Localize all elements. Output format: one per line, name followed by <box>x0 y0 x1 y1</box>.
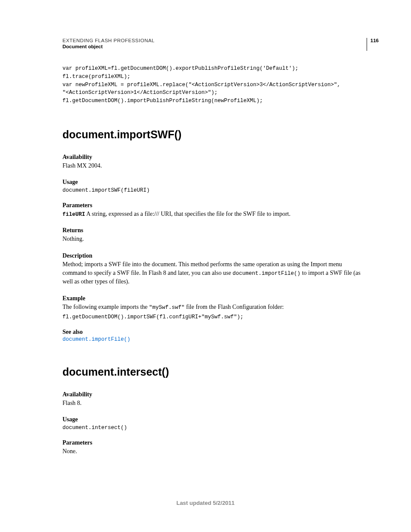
description-text: Method; imports a SWF file into the docu… <box>62 260 366 286</box>
method-title-intersect: document.intersect() <box>62 366 366 378</box>
availability2-text: Flash 8. <box>62 399 366 408</box>
example-text: The following example imports the "mySwf… <box>62 303 366 311</box>
example-label: Example <box>62 295 366 302</box>
page-header: EXTENDING FLASH PROFESSIONAL Document ob… <box>62 38 366 49</box>
seealso-link[interactable]: document.importFile() <box>62 336 366 342</box>
availability-label: Availability <box>62 154 366 161</box>
usage2-code: document.intersect() <box>62 425 366 431</box>
desc-inline-code: document.importFile() <box>233 271 301 277</box>
example-code: fl.getDocumentDOM().importSWF(fl.configU… <box>62 314 366 320</box>
example-before: The following example imports the <box>62 304 149 310</box>
availability2-label: Availability <box>62 391 366 398</box>
usage2-label: Usage <box>62 416 366 423</box>
availability-text: Flash MX 2004. <box>62 162 366 170</box>
method-title-importswf: document.importSWF() <box>62 128 366 141</box>
example-after: file from the Flash Configuration folder… <box>185 304 284 310</box>
top-code-block: var profileXML=fl.getDocumentDOM().expor… <box>62 65 366 105</box>
returns-text: Nothing. <box>62 235 366 243</box>
page-content: EXTENDING FLASH PROFESSIONAL Document ob… <box>0 0 411 456</box>
page-footer: Last updated 5/2/2011 <box>0 500 411 506</box>
header-subtitle: Document object <box>62 44 366 49</box>
param-name: fileURI <box>62 212 85 218</box>
param-desc: A string, expressed as a file:/// URI, t… <box>85 211 291 217</box>
page-number: 116 <box>367 38 379 51</box>
usage-code: document.importSWF(fileURI) <box>62 187 366 193</box>
parameters-label: Parameters <box>62 202 366 209</box>
seealso-label: See also <box>62 329 366 336</box>
parameter-row: fileURI A string, expressed as a file://… <box>62 210 366 218</box>
parameters2-label: Parameters <box>62 439 366 446</box>
example-inline-code: "mySwf.swf" <box>149 305 185 311</box>
header-title: EXTENDING FLASH PROFESSIONAL <box>62 38 366 43</box>
returns-label: Returns <box>62 227 366 234</box>
usage-label: Usage <box>62 179 366 186</box>
description-label: Description <box>62 252 366 259</box>
parameters2-text: None. <box>62 447 366 456</box>
